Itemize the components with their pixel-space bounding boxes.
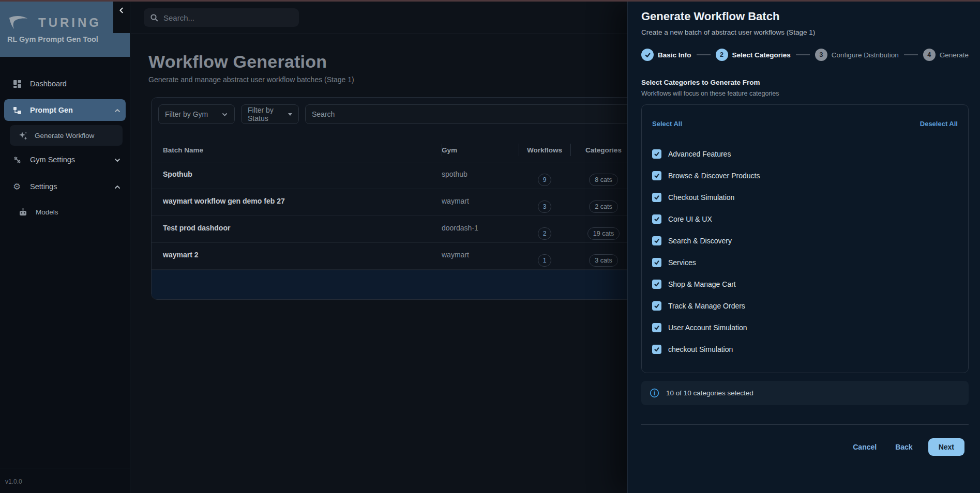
category-option[interactable]: Advanced Features [652,143,958,165]
category-label: checkout Simulation [668,345,733,353]
next-button[interactable]: Next [928,438,964,456]
categories-count-badge: 8 cats [589,174,617,186]
sidebar-item-dashboard[interactable]: Dashboard [4,74,126,94]
dashboard-grid-icon [13,80,22,88]
category-option[interactable]: Checkout Simulation [652,187,958,208]
batch-name: Spothub [152,162,442,189]
sidebar-item-label: Generate Workflow [35,132,117,140]
category-label: Checkout Simulation [668,193,734,202]
sidebar-item-generate-workflow[interactable]: Generate Workflow [10,125,123,146]
chevron-down-icon [114,157,120,163]
global-search[interactable] [144,8,299,27]
sidebar-item-label: Models [36,208,120,216]
step-number: 2 [716,49,728,61]
workflows-count-badge: 3 [538,201,551,213]
category-option[interactable]: Shop & Manage Cart [652,273,958,295]
workflows-count-badge: 2 [538,227,551,240]
step-number: 4 [923,49,936,61]
categories-count-badge: 2 cats [589,201,617,213]
logo-text: TURING [38,16,101,30]
app-name: RL Gym Prompt Gen Tool [7,35,124,43]
select-all-button[interactable]: Select All [652,120,682,128]
sidebar-item-gym-settings[interactable]: Gym Settings [4,150,126,170]
category-option[interactable]: checkout Simulation [652,338,958,360]
column-header-workflows: Workflows [519,138,570,162]
filter-by-status-select[interactable]: Filter by Status [241,104,299,124]
checkbox-checked-icon[interactable] [652,236,661,245]
wizard-stepper: Basic Info 2 Select Categories 3 Configu… [641,49,969,61]
checkbox-checked-icon[interactable] [652,258,661,267]
step-label: Configure Distribution [832,51,899,59]
turing-logo-icon [7,15,31,30]
sidebar-item-prompt-gen[interactable]: Prompt Gen [4,99,126,121]
category-option[interactable]: Track & Manage Orders [652,295,958,317]
top-accent-strip [0,0,980,2]
search-icon [150,13,158,22]
selection-status-text: 10 of 10 categories selected [666,389,753,397]
sidebar-item-label: Dashboard [30,80,120,88]
checkbox-checked-icon[interactable] [652,345,661,354]
checkbox-checked-icon[interactable] [652,171,661,180]
chevron-down-icon [221,111,228,118]
column-header-gym: Gym [442,138,519,162]
categories-count-badge: 3 cats [589,254,617,267]
category-label: Track & Manage Orders [668,302,745,310]
workflows-count-badge: 1 [538,254,551,267]
category-option[interactable]: User Account Simulation [652,317,958,338]
sidebar-collapse-button[interactable] [113,2,130,33]
back-button[interactable]: Back [888,439,919,455]
deselect-all-button[interactable]: Deselect All [920,120,958,128]
filter-by-gym-select[interactable]: Filter by Gym [158,104,235,124]
step-connector [796,54,810,55]
generate-workflow-batch-panel: Generate Workflow Batch Create a new bat… [627,2,980,493]
batch-gym: waymart [442,189,519,215]
chevron-left-icon [118,7,125,33]
filter-by-status-label: Filter by Status [248,106,286,122]
batch-name: waymart 2 [152,243,442,269]
sidebar-item-label: Gym Settings [30,156,114,164]
step-check-icon [641,49,654,61]
global-search-input[interactable] [163,13,293,22]
app-version: v1.0.0 [5,478,22,485]
batch-name: waymart workflow gen demo feb 27 [152,189,442,215]
step-connector [697,54,711,55]
sidebar-nav: Dashboard Prompt Gen Generate Workflow G… [0,57,130,222]
sidebar-item-label: Prompt Gen [30,106,114,114]
step-generate: 4 Generate [923,49,969,61]
section-subtitle: Workflows will focus on these feature ca… [641,90,969,97]
category-option[interactable]: Services [652,252,958,273]
column-header-categories: Categories [570,138,637,162]
workflow-icon [13,106,22,115]
sidebar-item-models[interactable]: Models [10,202,126,222]
checkbox-checked-icon[interactable] [652,323,661,332]
checkbox-checked-icon[interactable] [652,149,661,159]
footer-divider [641,424,969,425]
sidebar-header: TURING RL Gym Prompt Gen Tool [0,2,130,57]
checkbox-checked-icon[interactable] [652,193,661,202]
sidebar-footer: v1.0.0 [0,469,130,493]
sidebar: TURING RL Gym Prompt Gen Tool Dashboard … [0,2,130,493]
dumbbell-icon [13,156,22,164]
step-basic-info: Basic Info [641,49,691,61]
gear-icon: ⚙ [13,182,22,191]
batch-name: Test prod dashdoor [152,216,442,242]
category-option[interactable]: Search & Discovery [652,230,958,252]
cancel-button[interactable]: Cancel [846,439,884,455]
batch-gym: waymart [442,243,519,269]
sidebar-item-label: Settings [30,182,114,191]
column-header-batch-name: Batch Name [152,138,442,162]
category-option[interactable]: Core UI & UX [652,208,958,230]
category-label: Advanced Features [668,150,731,158]
panel-subtitle: Create a new batch of abstract user work… [641,28,969,36]
checkbox-checked-icon[interactable] [652,280,661,289]
step-number: 3 [815,49,827,61]
step-select-categories: 2 Select Categories [716,49,791,61]
checkbox-checked-icon[interactable] [652,214,661,224]
robot-icon [19,208,27,217]
batch-gym: spothub [442,162,519,189]
categories-count-badge: 19 cats [587,227,620,240]
category-option[interactable]: Browse & Discover Products [652,165,958,187]
panel-title: Generate Workflow Batch [641,10,969,23]
checkbox-checked-icon[interactable] [652,301,661,311]
sidebar-item-settings[interactable]: ⚙ Settings [4,177,126,196]
